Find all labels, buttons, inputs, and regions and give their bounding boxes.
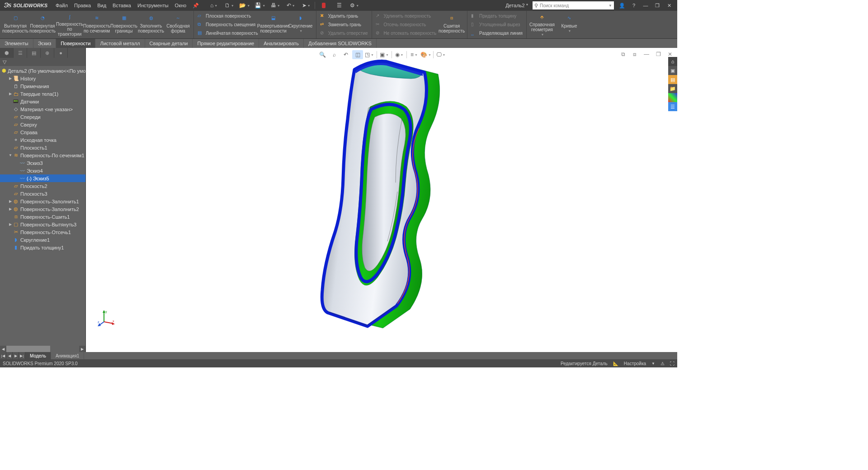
status-units-icon[interactable]: 📐 xyxy=(613,361,618,366)
tree-tab-property-icon[interactable]: ☰ xyxy=(14,48,27,58)
window-restore-icon[interactable]: ❐ xyxy=(654,2,661,9)
ribbon-curves[interactable]: ∿Кривые▼ xyxy=(556,12,583,38)
vp-maximize-icon[interactable]: ❐ xyxy=(653,50,664,59)
ribbon-lofted-surface[interactable]: ≋Поверхность по сечениям xyxy=(83,12,110,38)
btab-last-icon[interactable]: ▶| xyxy=(19,352,25,359)
tree-tab-feature-icon[interactable]: ⬢ xyxy=(0,48,14,58)
status-alert-icon[interactable]: ⚠ xyxy=(660,361,665,366)
ribbon-delete-face[interactable]: ✖Удалить грань xyxy=(318,12,370,20)
tree-node[interactable]: ⌖Исходная точка xyxy=(0,136,85,144)
tree-node[interactable]: 〰Эскиз4 xyxy=(0,167,85,174)
user-icon[interactable]: 👤 xyxy=(618,2,626,9)
btab-motion[interactable]: Анимация1 xyxy=(51,352,85,359)
qa-rebuild-icon[interactable] xyxy=(317,1,330,10)
tree-node[interactable]: ▶◍Поверхность-Заполнить1 xyxy=(0,197,85,205)
ribbon-replace-face[interactable]: ⇄Заменить грань xyxy=(318,21,370,29)
menu-view[interactable]: Вид xyxy=(97,3,106,9)
tree-node[interactable]: ◗Скругление1 xyxy=(0,236,85,244)
orientation-triad[interactable]: y x z xyxy=(97,309,115,327)
ribbon-delete-hole[interactable]: ⊘Удалить отверстие xyxy=(318,29,370,38)
menu-insert[interactable]: Вставка xyxy=(113,3,131,9)
ribbon-revolved-surface[interactable]: ◔Повернутая поверхность xyxy=(29,12,56,38)
tree-node[interactable]: ▱Справа xyxy=(0,128,85,136)
tree-node[interactable]: ▱Плоскость3 xyxy=(0,190,85,197)
tree-node[interactable]: ▮Придать толщину1 xyxy=(0,244,85,251)
tab-weldments[interactable]: Сварные детали xyxy=(145,39,193,48)
status-fullscreen-icon[interactable]: ⛶ xyxy=(670,361,675,366)
menu-file[interactable]: Файл xyxy=(56,3,68,9)
tab-sketch[interactable]: Эскиз xyxy=(33,39,56,48)
tree-node[interactable]: 📟Датчики xyxy=(0,98,85,105)
menu-edit[interactable]: Правка xyxy=(74,3,91,9)
rt-appearance-icon[interactable] xyxy=(668,93,677,102)
tree-node[interactable]: ▶▢Поверхность-Вытянуть3 xyxy=(0,221,85,228)
rt-property-icon[interactable]: ☰ xyxy=(668,102,677,111)
tree-node[interactable]: ▱Спереди xyxy=(0,113,85,121)
tree-tab-appearance-icon[interactable]: ● xyxy=(54,48,68,58)
vp-new-window-icon[interactable]: ⧉ xyxy=(618,50,628,59)
qa-home-icon[interactable]: ⌂▼ xyxy=(207,1,221,10)
qa-new-icon[interactable]: 🗋▼ xyxy=(222,1,236,10)
menu-window[interactable]: Окно xyxy=(175,3,187,9)
qa-open-icon[interactable]: 📂▼ xyxy=(238,1,251,10)
qa-select-icon[interactable]: ➤▼ xyxy=(299,1,313,10)
window-close-icon[interactable]: ✕ xyxy=(665,2,673,9)
command-search-input[interactable]: ⚲ Поиск команд ▼ xyxy=(533,1,614,9)
qa-save-icon[interactable]: 💾▼ xyxy=(253,1,267,10)
tree-filter-row[interactable]: ▽ xyxy=(0,58,85,66)
tree-hscrollbar[interactable]: ◀▶ xyxy=(0,346,85,352)
tree-tab-dim-icon[interactable]: ⊕ xyxy=(41,48,54,58)
menu-tools[interactable]: Инструменты xyxy=(137,3,169,9)
qa-settings-icon[interactable]: ⚙▼ xyxy=(348,1,361,10)
ribbon-fillet[interactable]: ◗Скругление▼ xyxy=(287,12,314,38)
tree-node[interactable]: ✂Поверхность-Отсечь1 xyxy=(0,228,85,236)
ribbon-filled-surface[interactable]: ◍Заполнить поверхность xyxy=(137,12,165,38)
ribbon-flatten-surface[interactable]: ⬓Развертывание поверхности xyxy=(260,12,287,38)
rt-layers-icon[interactable]: ▤ xyxy=(668,75,677,84)
tree-node[interactable]: ▱Сверху xyxy=(0,121,85,128)
btab-first-icon[interactable]: |◀ xyxy=(0,352,6,359)
btab-next-icon[interactable]: ▶ xyxy=(13,352,19,359)
ribbon-split-line[interactable]: ⎯Разделяющая линия xyxy=(469,29,524,38)
status-customize[interactable]: Настройка xyxy=(624,361,646,366)
tree-node[interactable]: ▱Плоскость1 xyxy=(0,144,85,151)
tab-sheet-metal[interactable]: Листовой металл xyxy=(95,39,145,48)
ribbon-offset-surface[interactable]: ⧉Поверхность смещения xyxy=(196,21,260,29)
ribbon-boundary-surface[interactable]: ▦Поверхность границы xyxy=(110,12,137,38)
ribbon-ruled-surface[interactable]: ▤Линейчатая поверхность xyxy=(196,29,260,38)
help-icon[interactable]: ? xyxy=(630,2,637,9)
vp-link-icon[interactable]: ⧈ xyxy=(629,50,640,59)
tab-addins[interactable]: Добавления SOLIDWORKS xyxy=(304,39,377,48)
tab-elements[interactable]: Элементы xyxy=(0,39,33,48)
rt-folder-icon[interactable]: 📁 xyxy=(668,84,677,93)
qa-options-icon[interactable]: ☰ xyxy=(332,1,346,10)
ribbon-knit-surface[interactable]: ⧈Сшитая поверхность xyxy=(438,12,465,38)
tree-tab-config-icon[interactable]: ▤ xyxy=(27,48,41,58)
tab-direct-edit[interactable]: Прямое редактирование xyxy=(193,39,259,48)
ribbon-planar-surface[interactable]: ▱Плоская поверхность xyxy=(196,12,260,20)
ribbon-swept-surface[interactable]: ∫Поверхность по траектории xyxy=(56,12,83,38)
rt-home-icon[interactable]: ⌂ xyxy=(668,57,677,66)
btab-model[interactable]: Модель xyxy=(25,352,51,359)
tree-root[interactable]: ⬢ Деталь2 (По умолчанию<<По умолч xyxy=(0,67,85,75)
tab-evaluate[interactable]: Анализировать xyxy=(259,39,304,48)
qa-undo-icon[interactable]: ↶▼ xyxy=(284,1,297,10)
tree-node[interactable]: ⧈Поверхность-Сшить1 xyxy=(0,213,85,221)
tree-node[interactable]: ▶📜History xyxy=(0,75,85,82)
rt-cube-icon[interactable]: ▣ xyxy=(668,66,677,75)
window-minimize-icon[interactable]: — xyxy=(642,2,649,9)
tree-node[interactable]: 🗒Примечания xyxy=(0,82,85,90)
ribbon-extruded-surface[interactable]: ▢Вытянутая поверхность xyxy=(2,12,29,38)
menu-pin-icon[interactable]: 📌 xyxy=(193,3,199,9)
tree-node[interactable]: ▶◍Поверхность-Заполнить2 xyxy=(0,205,85,213)
ribbon-reference-geometry[interactable]: ⬘Справочная геометрия▼ xyxy=(528,12,556,38)
ribbon-freeform[interactable]: ～Свободная форма xyxy=(165,12,192,38)
tree-node[interactable]: ▼≋Поверхность-По сечениям1 xyxy=(0,151,85,159)
tree-node[interactable]: ◇Материал <не указан> xyxy=(0,105,85,113)
vp-minimize-icon[interactable]: — xyxy=(641,50,652,59)
tree-node[interactable]: ▱Плоскость2 xyxy=(0,182,85,190)
viewport[interactable]: 🔍 ⌕ ↶ ◫ ◳▼ ▣▼ ◉▼ ≡▼ 🎨▼ 🖵▼ ⧉ ⧈ — ❐ ✕ ⌂ ▣ … xyxy=(86,48,677,352)
tab-surfaces[interactable]: Поверхности xyxy=(56,39,95,48)
tree-node[interactable]: ▶🗀Твердые тела(1) xyxy=(0,90,85,98)
btab-prev-icon[interactable]: ◀ xyxy=(6,352,13,359)
